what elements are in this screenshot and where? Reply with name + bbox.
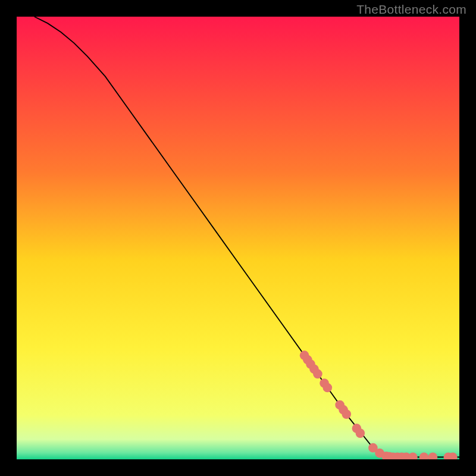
highlight-dot: [342, 409, 351, 419]
chart-container: TheBottleneck.com: [0, 0, 476, 476]
highlight-dot: [356, 428, 365, 438]
highlight-dot: [313, 369, 322, 379]
highlight-dot: [322, 383, 332, 393]
gradient-background: [17, 17, 459, 459]
bottleneck-chart: [17, 17, 459, 459]
attribution-label: TheBottleneck.com: [356, 2, 466, 17]
